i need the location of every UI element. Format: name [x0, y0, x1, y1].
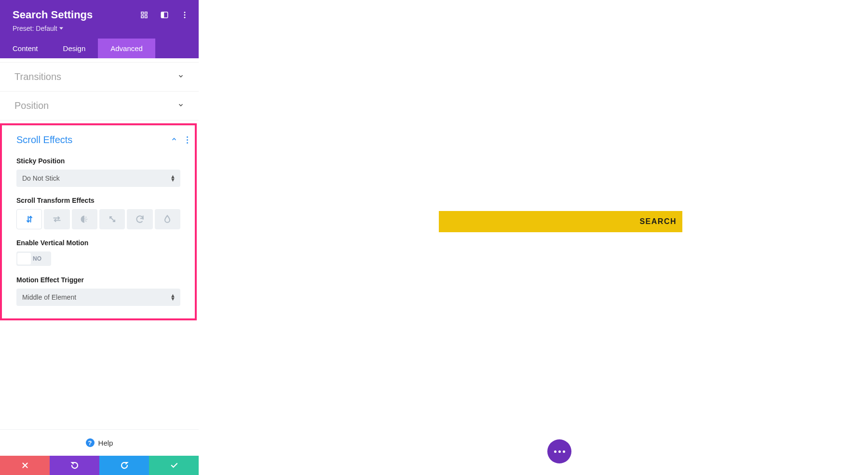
- save-button[interactable]: [149, 456, 199, 475]
- preset-value: Default: [36, 25, 57, 32]
- effect-vertical-motion-icon[interactable]: [16, 209, 42, 229]
- section-transitions[interactable]: Transitions: [0, 62, 199, 92]
- effect-horizontal-motion-icon[interactable]: [44, 209, 69, 229]
- chevron-down-icon: [177, 73, 184, 81]
- panel-header: Search Settings Preset: Default: [0, 0, 199, 39]
- section-title-scroll-effects: Scroll Effects: [16, 134, 72, 145]
- help-button[interactable]: ? Help: [0, 429, 199, 456]
- section-title-position: Position: [14, 100, 49, 111]
- search-button-label: SEARCH: [639, 217, 677, 226]
- effect-rotate-icon[interactable]: [127, 209, 152, 229]
- effect-fade-icon[interactable]: [72, 209, 97, 229]
- tablist: Content Design Advanced: [0, 39, 199, 58]
- help-icon: ?: [86, 438, 95, 447]
- effect-icons-row: [16, 209, 180, 229]
- redo-button[interactable]: [99, 456, 149, 475]
- svg-rect-5: [161, 12, 164, 18]
- svg-point-12: [85, 218, 86, 219]
- panel-menu-icon[interactable]: [180, 11, 189, 19]
- undo-button[interactable]: [50, 456, 99, 475]
- footer-buttons: [0, 456, 199, 475]
- tab-advanced[interactable]: Advanced: [98, 39, 155, 58]
- svg-point-7: [184, 14, 186, 16]
- effect-blur-icon[interactable]: [155, 209, 180, 229]
- settings-sidebar: Search Settings Preset: Default: [0, 0, 199, 475]
- snap-to-side-icon[interactable]: [160, 11, 169, 19]
- trigger-label: Motion Effect Trigger: [16, 276, 180, 284]
- svg-rect-1: [141, 16, 144, 18]
- chevron-down-icon: [177, 102, 184, 110]
- redo-icon: [120, 461, 129, 470]
- enable-vm-toggle[interactable]: NO: [16, 251, 51, 266]
- tab-content[interactable]: Content: [0, 39, 51, 58]
- undo-icon: [70, 461, 79, 470]
- svg-point-8: [184, 17, 186, 18]
- trigger-value: Middle of Element: [16, 289, 180, 306]
- check-icon: [170, 461, 178, 470]
- svg-point-10: [86, 219, 87, 220]
- section-scroll-effects-header[interactable]: Scroll Effects: [2, 125, 195, 154]
- effect-scale-icon[interactable]: [99, 209, 125, 229]
- section-title-transitions: Transitions: [14, 71, 61, 82]
- sticky-position-label: Sticky Position: [16, 157, 180, 165]
- scroll-transform-label: Scroll Transform Effects: [16, 197, 180, 204]
- trigger-select[interactable]: Middle of Element ▲▼: [16, 289, 180, 306]
- x-icon: [21, 461, 29, 470]
- preset-label: Preset:: [13, 25, 34, 32]
- section-menu-icon[interactable]: [182, 136, 192, 144]
- toggle-label: NO: [33, 255, 41, 262]
- svg-rect-2: [145, 12, 148, 14]
- svg-rect-3: [145, 16, 148, 18]
- svg-point-13: [85, 220, 86, 221]
- sections: Transitions Position Scroll Effects: [0, 58, 199, 429]
- expand-icon[interactable]: [140, 11, 149, 19]
- svg-point-6: [184, 12, 186, 13]
- scroll-effects-body: Sticky Position Do Not Stick ▲▼ Scroll T…: [2, 154, 195, 318]
- cancel-button[interactable]: [0, 456, 50, 475]
- chevron-up-icon: [171, 136, 177, 145]
- enable-vm-label: Enable Vertical Motion: [16, 239, 180, 247]
- svg-point-11: [86, 221, 87, 222]
- svg-point-9: [86, 217, 87, 218]
- scroll-effects-highlight: Scroll Effects Sticky Position Do Not St…: [0, 123, 197, 320]
- search-module[interactable]: SEARCH: [439, 211, 682, 232]
- sticky-position-select[interactable]: Do Not Stick ▲▼: [16, 170, 180, 187]
- caret-down-icon: [59, 26, 63, 30]
- sticky-position-value: Do Not Stick: [16, 170, 180, 187]
- editor-canvas[interactable]: SEARCH: [199, 0, 868, 475]
- preset-dropdown[interactable]: Preset: Default: [13, 25, 63, 32]
- toggle-knob: [17, 253, 31, 264]
- page-actions-fab[interactable]: [547, 439, 571, 463]
- tab-design[interactable]: Design: [51, 39, 98, 58]
- section-position[interactable]: Position: [0, 92, 199, 120]
- svg-rect-0: [141, 12, 144, 14]
- help-label: Help: [98, 439, 113, 447]
